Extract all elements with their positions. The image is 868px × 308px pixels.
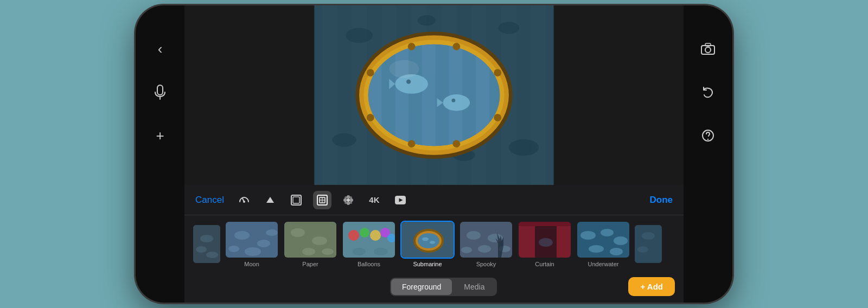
thumb-paper-img[interactable] bbox=[283, 221, 337, 259]
svg-rect-86 bbox=[460, 222, 513, 259]
thumb-submarine-label: Submarine bbox=[413, 261, 442, 267]
svg-point-51 bbox=[344, 196, 347, 199]
svg-point-79 bbox=[374, 248, 388, 255]
svg-point-75 bbox=[370, 230, 381, 241]
svg-point-27 bbox=[451, 99, 455, 102]
svg-point-59 bbox=[196, 246, 207, 253]
thumb-moon-label: Moon bbox=[244, 261, 259, 267]
main-area: Cancel bbox=[184, 5, 684, 303]
thumb-spooky[interactable]: Spooky bbox=[459, 221, 513, 267]
done-button[interactable]: Done bbox=[650, 195, 673, 206]
svg-point-52 bbox=[349, 196, 352, 199]
svg-point-7 bbox=[332, 133, 356, 147]
svg-point-105 bbox=[637, 246, 648, 253]
resolution-label[interactable]: 4K bbox=[365, 191, 384, 209]
crop-icon[interactable] bbox=[287, 191, 305, 209]
thumb-moon-img[interactable] bbox=[225, 221, 279, 259]
thumbnails-row: Moon Paper bbox=[184, 215, 684, 273]
svg-marker-39 bbox=[266, 197, 274, 203]
svg-point-96 bbox=[539, 238, 553, 247]
left-sidebar: ‹ + bbox=[136, 5, 184, 303]
speed-icon[interactable] bbox=[235, 191, 253, 209]
svg-point-60 bbox=[206, 252, 218, 258]
thumb-balloons-label: Balloons bbox=[358, 261, 380, 267]
toolbar: Cancel bbox=[184, 185, 684, 215]
toolbar-icons: 4K bbox=[235, 191, 410, 209]
svg-rect-93 bbox=[519, 222, 535, 259]
svg-point-34 bbox=[408, 140, 416, 147]
thumb-underwater-label: Underwater bbox=[588, 261, 619, 267]
svg-point-38 bbox=[243, 201, 245, 203]
svg-point-6 bbox=[499, 22, 520, 34]
svg-point-32 bbox=[408, 43, 416, 50]
svg-point-100 bbox=[614, 236, 628, 245]
svg-point-78 bbox=[353, 248, 366, 255]
thumb-partial-left[interactable] bbox=[193, 225, 220, 263]
thumb-spooky-img[interactable] bbox=[459, 221, 513, 259]
svg-point-87 bbox=[467, 231, 481, 240]
svg-point-33 bbox=[452, 43, 460, 50]
svg-point-35 bbox=[452, 140, 460, 147]
svg-point-5 bbox=[346, 28, 373, 43]
thumb-balloons-img[interactable] bbox=[342, 221, 396, 259]
phone-shell: ‹ + bbox=[136, 5, 732, 303]
svg-point-8 bbox=[509, 139, 539, 156]
thumb-curtain-img[interactable] bbox=[518, 221, 572, 259]
thumb-underwater-img[interactable] bbox=[576, 221, 630, 259]
back-button[interactable]: ‹ bbox=[149, 38, 171, 60]
foreground-segment-button[interactable]: Foreground bbox=[391, 279, 452, 295]
svg-point-54 bbox=[349, 201, 352, 204]
svg-point-9 bbox=[418, 15, 436, 25]
undo-button[interactable] bbox=[697, 81, 719, 103]
svg-point-68 bbox=[291, 228, 305, 237]
svg-point-36 bbox=[389, 60, 419, 78]
svg-point-71 bbox=[322, 248, 334, 255]
thumb-paper-label: Paper bbox=[302, 261, 318, 267]
svg-point-107 bbox=[705, 47, 711, 53]
thumb-underwater[interactable]: Underwater bbox=[576, 221, 630, 267]
svg-point-29 bbox=[494, 69, 501, 76]
svg-rect-41 bbox=[293, 197, 299, 203]
svg-point-66 bbox=[266, 229, 278, 236]
add-button[interactable]: + Add bbox=[628, 277, 675, 296]
thumb-balloons[interactable]: Balloons bbox=[342, 221, 396, 267]
svg-rect-108 bbox=[705, 43, 711, 46]
svg-point-25 bbox=[443, 94, 470, 111]
svg-rect-18 bbox=[395, 44, 409, 146]
svg-rect-0 bbox=[157, 85, 163, 95]
toolbar-left: Cancel bbox=[195, 191, 410, 209]
export-icon[interactable] bbox=[391, 191, 410, 209]
svg-point-69 bbox=[312, 236, 327, 245]
svg-point-58 bbox=[200, 235, 213, 242]
thumb-paper[interactable]: Paper bbox=[283, 221, 337, 267]
svg-point-30 bbox=[367, 114, 374, 121]
svg-point-73 bbox=[348, 230, 359, 241]
svg-point-65 bbox=[228, 246, 239, 252]
svg-point-84 bbox=[422, 238, 429, 241]
media-segment-button[interactable]: Media bbox=[453, 279, 495, 295]
up-arrow-icon[interactable] bbox=[261, 191, 279, 209]
layout-icon[interactable] bbox=[313, 191, 331, 209]
svg-point-83 bbox=[418, 233, 439, 248]
thumb-partial-right[interactable] bbox=[635, 225, 662, 263]
svg-point-102 bbox=[610, 248, 623, 255]
svg-point-110 bbox=[707, 139, 709, 140]
thumb-moon[interactable]: Moon bbox=[225, 221, 279, 267]
svg-point-74 bbox=[360, 228, 369, 238]
cancel-button[interactable]: Cancel bbox=[195, 195, 224, 206]
bottom-controls: Foreground Media + Add bbox=[184, 273, 684, 303]
svg-point-63 bbox=[257, 240, 270, 247]
thumb-submarine[interactable]: Submarine bbox=[400, 221, 455, 267]
svg-point-77 bbox=[387, 234, 396, 242]
svg-point-101 bbox=[589, 245, 604, 253]
mic-button[interactable] bbox=[149, 81, 171, 103]
camera-button[interactable] bbox=[697, 38, 719, 60]
help-button[interactable] bbox=[697, 125, 719, 146]
preview-image bbox=[184, 5, 684, 185]
svg-rect-57 bbox=[193, 225, 220, 263]
thumb-curtain[interactable]: Curtain bbox=[518, 221, 572, 267]
preview-area bbox=[184, 5, 684, 185]
effects-icon[interactable] bbox=[339, 191, 358, 209]
add-button-left[interactable]: + bbox=[149, 125, 171, 146]
thumb-submarine-img[interactable] bbox=[400, 221, 455, 259]
